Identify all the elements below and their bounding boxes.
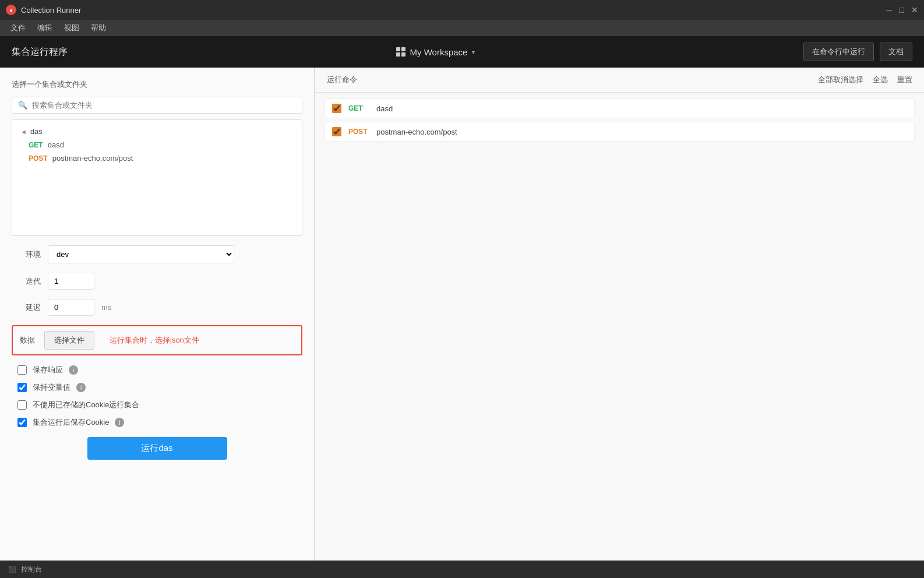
- status-left: ⬛ 控制台: [8, 565, 42, 575]
- select-all-button[interactable]: 全选: [873, 75, 888, 85]
- app-content: 选择一个集合或文件夹 🔍 ◄ das GET dasd POST postman…: [0, 68, 924, 561]
- data-row: 数据 选择文件 运行集合时，选择json文件: [12, 325, 302, 355]
- request-url-post: postman-echo.com/post: [52, 154, 133, 163]
- app-title: Collection Runner: [21, 6, 81, 15]
- method-get-label: GET: [29, 141, 43, 149]
- checkbox-no-cookie: 不使用已存储的Cookie运行集合: [12, 400, 302, 410]
- request-url-dasd: dasd: [48, 140, 64, 149]
- window-controls[interactable]: ─ □ ✕: [887, 5, 918, 15]
- workspace-name: My Workspace: [410, 47, 468, 57]
- method-post-label: POST: [29, 154, 48, 163]
- title-bar: ● Collection Runner ─ □ ✕: [0, 0, 924, 20]
- run-button[interactable]: 运行das: [87, 437, 227, 460]
- run-get-checkbox[interactable]: [332, 104, 341, 113]
- request-item-get[interactable]: GET dasd: [17, 138, 297, 151]
- iter-label: 迭代: [12, 276, 41, 287]
- env-label: 环境: [12, 249, 41, 260]
- minimize-button[interactable]: ─: [887, 5, 893, 15]
- menu-view[interactable]: 视图: [58, 20, 85, 36]
- collapse-arrow-icon: ◄: [20, 128, 27, 135]
- right-panel-actions: 全部取消选择 全选 重置: [818, 75, 912, 85]
- status-bar: ⬛ 控制台: [0, 561, 924, 578]
- close-button[interactable]: ✕: [911, 5, 918, 15]
- left-panel: 选择一个集合或文件夹 🔍 ◄ das GET dasd POST postman…: [0, 68, 315, 561]
- deselect-all-button[interactable]: 全部取消选择: [818, 75, 863, 85]
- data-hint: 运行集合时，选择json文件: [110, 335, 199, 346]
- keep-vars-info-icon[interactable]: i: [76, 383, 86, 392]
- data-label: 数据: [20, 335, 35, 346]
- run-commands-list: GET dasd POST postman-echo.com/post: [315, 93, 924, 151]
- run-post-method: POST: [348, 128, 369, 136]
- keep-vars-checkbox[interactable]: [17, 383, 27, 392]
- workspace-selector[interactable]: My Workspace ▾: [396, 47, 475, 57]
- run-post-url: postman-echo.com/post: [376, 128, 457, 136]
- select-file-button[interactable]: 选择文件: [44, 331, 94, 350]
- maximize-button[interactable]: □: [900, 5, 904, 15]
- save-response-checkbox[interactable]: [17, 365, 27, 375]
- save-cookie-info-icon[interactable]: i: [115, 418, 124, 427]
- app-icon: ●: [6, 5, 16, 15]
- collection-name: das: [30, 127, 43, 136]
- delay-label: 延迟: [12, 302, 41, 313]
- iter-input[interactable]: [48, 273, 94, 290]
- menu-file[interactable]: 文件: [5, 20, 31, 36]
- save-response-info-icon[interactable]: i: [69, 365, 78, 375]
- run-commands-title: 运行命令: [327, 75, 357, 85]
- checkbox-save-response: 保存响应 i: [12, 365, 302, 375]
- console-label[interactable]: 控制台: [21, 565, 42, 575]
- run-get-method: GET: [348, 104, 369, 112]
- search-input[interactable]: [32, 101, 296, 110]
- section-title: 选择一个集合或文件夹: [12, 79, 302, 90]
- collection-tree: ◄ das GET dasd POST postman-echo.com/pos…: [12, 119, 302, 236]
- save-response-label: 保存响应: [33, 365, 63, 375]
- no-cookie-checkbox[interactable]: [17, 400, 27, 410]
- console-icon: ⬛: [8, 566, 16, 573]
- keep-vars-label: 保持变量值: [33, 382, 70, 393]
- env-select[interactable]: dev: [48, 245, 234, 263]
- checkbox-save-cookie: 集合运行后保存Cookie i: [12, 417, 302, 428]
- title-bar-left: ● Collection Runner: [6, 5, 81, 15]
- run-command-post: POST postman-echo.com/post: [325, 122, 915, 142]
- search-box: 🔍: [12, 97, 302, 114]
- run-post-checkbox[interactable]: [332, 127, 341, 136]
- request-item-post[interactable]: POST postman-echo.com/post: [17, 151, 297, 165]
- run-in-cmd-button[interactable]: 在命令行中运行: [803, 43, 874, 61]
- right-panel: 运行命令 全部取消选择 全选 重置 GET dasd POST postman-…: [315, 68, 924, 561]
- workspace-icon: [396, 47, 405, 57]
- header-buttons: 在命令行中运行 文档: [803, 43, 912, 61]
- delay-row: 延迟 ms: [12, 299, 302, 316]
- no-cookie-label: 不使用已存储的Cookie运行集合: [33, 400, 139, 410]
- search-icon: 🔍: [18, 101, 27, 110]
- run-get-url: dasd: [376, 104, 393, 113]
- page-title: 集合运行程序: [12, 46, 68, 58]
- env-row: 环境 dev: [12, 245, 302, 263]
- collection-item-das[interactable]: ◄ das: [17, 125, 297, 138]
- save-cookie-label: 集合运行后保存Cookie: [33, 417, 109, 428]
- save-cookie-checkbox[interactable]: [17, 418, 27, 427]
- iter-row: 迭代: [12, 273, 302, 290]
- main-header: 集合运行程序 My Workspace ▾ 在命令行中运行 文档: [0, 36, 924, 68]
- menu-edit[interactable]: 编辑: [31, 20, 58, 36]
- reset-button[interactable]: 重置: [897, 75, 912, 85]
- checkbox-keep-vars: 保持变量值 i: [12, 382, 302, 393]
- chevron-down-icon: ▾: [472, 49, 475, 55]
- run-command-get: GET dasd: [325, 98, 915, 118]
- delay-input[interactable]: [48, 299, 94, 316]
- menu-bar: 文件 编辑 视图 帮助: [0, 20, 924, 36]
- menu-help[interactable]: 帮助: [85, 20, 112, 36]
- right-panel-header: 运行命令 全部取消选择 全选 重置: [315, 68, 924, 93]
- docs-button[interactable]: 文档: [880, 43, 912, 61]
- delay-unit: ms: [101, 303, 111, 312]
